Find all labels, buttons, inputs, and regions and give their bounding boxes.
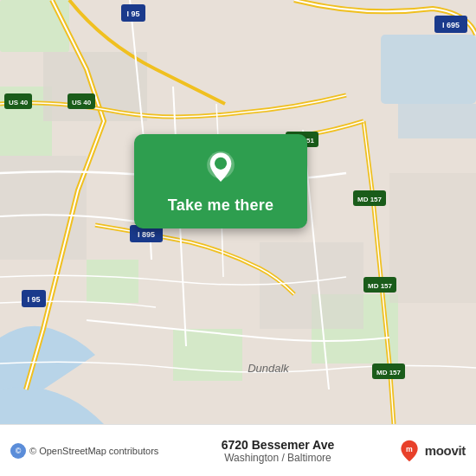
map-view: I 95 I 95 I 695 I 895 US 40 US 40 MD 157… [0, 0, 476, 424]
svg-rect-2 [398, 104, 476, 138]
osm-attribution: © © OpenStreetMap contributors [10, 443, 158, 459]
svg-text:US 40: US 40 [72, 99, 92, 106]
svg-text:MD 157: MD 157 [368, 282, 393, 290]
take-me-there-label: Take me there [168, 196, 273, 215]
moovit-brand: m moovit [397, 439, 466, 463]
svg-text:I 895: I 895 [138, 230, 155, 239]
svg-text:I 695: I 695 [442, 21, 460, 29]
svg-text:MD 157: MD 157 [376, 369, 402, 376]
osm-logo-icon: © [10, 443, 26, 459]
svg-text:Dundalk: Dundalk [248, 362, 290, 375]
svg-rect-11 [389, 173, 476, 303]
svg-text:I 95: I 95 [27, 295, 40, 304]
svg-rect-7 [87, 260, 138, 303]
svg-text:m: m [406, 444, 413, 453]
svg-rect-3 [0, 0, 69, 52]
take-me-there-popup[interactable]: Take me there [134, 134, 307, 228]
moovit-label: moovit [425, 443, 466, 458]
svg-point-34 [215, 158, 227, 170]
svg-text:US 40: US 40 [9, 99, 29, 106]
svg-rect-1 [381, 35, 476, 104]
address-text: 6720 Bessemer Ave [222, 438, 335, 452]
city-text: Washington / Baltimore [224, 452, 331, 464]
moovit-logo-icon: m [397, 439, 421, 463]
svg-text:MD 157: MD 157 [357, 196, 383, 203]
svg-text:I 95: I 95 [126, 10, 139, 18]
address-info: 6720 Bessemer Ave Washington / Baltimore [158, 438, 396, 464]
svg-rect-6 [173, 329, 242, 381]
svg-rect-8 [43, 52, 147, 121]
osm-credit-text: © OpenStreetMap contributors [29, 446, 158, 456]
bottom-info-bar: © © OpenStreetMap contributors 6720 Bess… [0, 424, 476, 476]
svg-rect-10 [260, 242, 363, 329]
location-pin-icon [202, 150, 240, 188]
